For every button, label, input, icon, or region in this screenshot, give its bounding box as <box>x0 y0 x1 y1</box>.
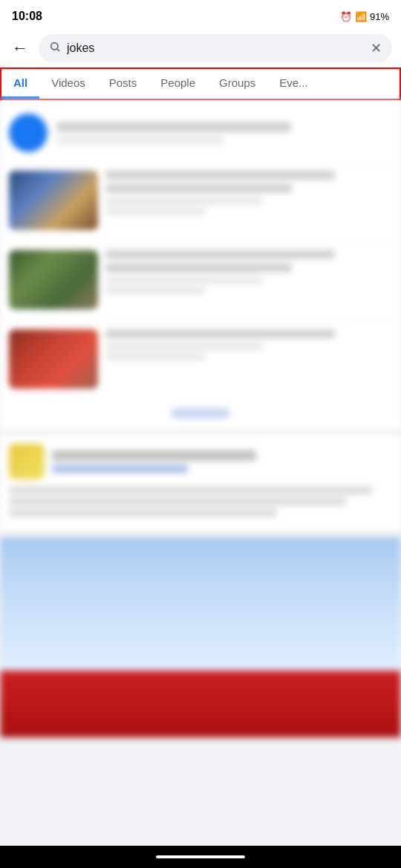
video-title-bar-1b <box>105 184 292 193</box>
svg-point-0 <box>51 43 58 50</box>
result-sub-bar <box>56 137 224 144</box>
home-indicator <box>0 846 401 868</box>
content-area <box>0 100 401 737</box>
post-text-lines <box>9 487 392 516</box>
result-title-bar <box>56 122 291 132</box>
video-thumbnail-3 <box>9 329 98 389</box>
search-bar-container: ← ✕ <box>0 30 401 68</box>
see-more-button[interactable] <box>171 408 230 418</box>
status-icons: ⏰ 📶 91% <box>340 11 389 22</box>
tab-groups[interactable]: Groups <box>207 69 267 99</box>
page-name-bar <box>52 450 256 461</box>
clear-button[interactable]: ✕ <box>371 40 382 56</box>
video-result-1[interactable] <box>9 164 392 236</box>
page-header[interactable] <box>9 444 392 479</box>
search-icon <box>49 41 61 56</box>
video-count-3 <box>105 353 206 361</box>
video-meta-2 <box>105 277 263 284</box>
page-name-block <box>52 450 392 473</box>
page-avatar <box>9 444 45 479</box>
tab-posts[interactable]: Posts <box>97 69 149 99</box>
video-text-3 <box>105 329 392 361</box>
video-thumbnail-1 <box>9 171 98 230</box>
avatar <box>9 114 48 152</box>
tab-videos[interactable]: Videos <box>39 69 97 99</box>
video-title-bar-1 <box>105 171 335 180</box>
see-more-row <box>9 402 392 420</box>
status-time: 10:08 <box>12 10 42 23</box>
tab-events[interactable]: Eve... <box>267 69 319 99</box>
post-line-1 <box>9 487 373 494</box>
result-text <box>56 122 392 144</box>
back-button[interactable]: ← <box>9 36 31 61</box>
svg-line-1 <box>57 49 59 51</box>
video-result-3[interactable] <box>9 323 392 395</box>
home-bar <box>156 855 245 858</box>
post-red-banner <box>0 671 401 737</box>
page-result-row[interactable] <box>9 109 392 157</box>
video-thumbnail-2 <box>9 250 98 309</box>
post-line-2 <box>9 498 346 505</box>
post-image-banner <box>0 537 401 671</box>
back-arrow-icon: ← <box>12 39 28 57</box>
video-count-2 <box>105 287 206 295</box>
search-input-wrap[interactable]: ✕ <box>39 34 392 62</box>
video-meta-1 <box>105 197 263 205</box>
result-card-3 <box>0 537 401 737</box>
video-text-2 <box>105 250 392 295</box>
filter-tabs: All Videos Posts People Groups Eve... <box>0 68 401 100</box>
video-meta-3 <box>105 343 263 350</box>
video-title-bar-2 <box>105 250 335 259</box>
result-card-1 <box>0 100 401 429</box>
signal-icon: 📶 <box>355 11 367 22</box>
tab-people[interactable]: People <box>149 69 207 99</box>
video-title-bar-3 <box>105 329 335 338</box>
search-input[interactable] <box>67 42 365 55</box>
video-title-bar-2b <box>105 263 292 272</box>
page-blue-label <box>52 465 188 473</box>
alarm-icon: ⏰ <box>340 11 352 22</box>
result-card-2 <box>0 435 401 531</box>
post-line-3 <box>9 509 277 516</box>
video-text-1 <box>105 171 392 215</box>
battery-icon: 91% <box>370 11 389 22</box>
video-result-2[interactable] <box>9 243 392 315</box>
status-bar: 10:08 ⏰ 📶 91% <box>0 0 401 30</box>
tab-all[interactable]: All <box>1 69 39 99</box>
video-count-1 <box>105 208 206 215</box>
